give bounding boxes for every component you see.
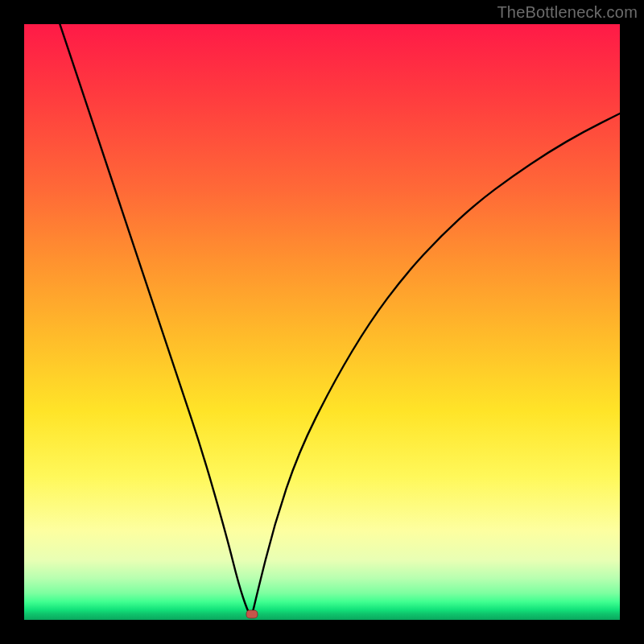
plot-area — [24, 24, 620, 620]
watermark-text: TheBottleneck.com — [497, 3, 638, 22]
curve-svg — [24, 24, 620, 620]
minimum-marker — [246, 610, 258, 619]
chart-frame: TheBottleneck.com — [0, 0, 644, 644]
bottleneck-curve — [60, 24, 620, 614]
